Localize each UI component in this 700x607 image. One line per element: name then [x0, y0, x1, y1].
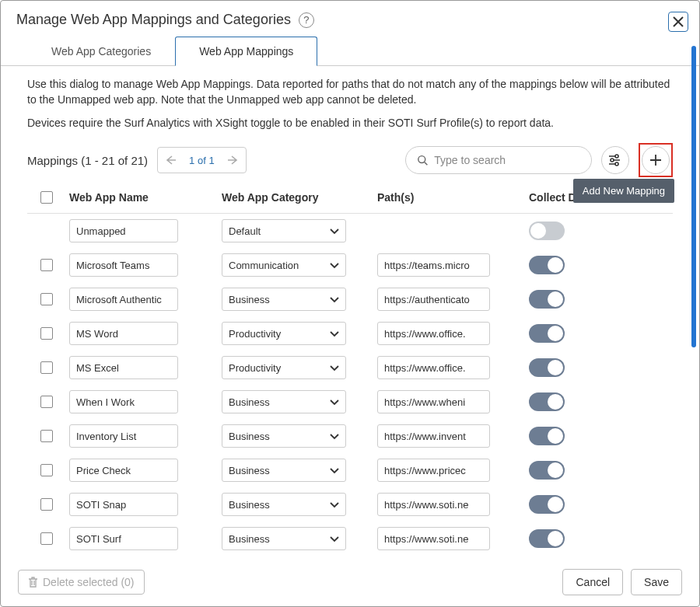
scrollbar[interactable] [691, 46, 696, 347]
prev-page-button[interactable] [158, 148, 183, 173]
chevron-down-icon [330, 465, 339, 476]
row-checkbox[interactable] [40, 293, 53, 305]
category-value: Business [229, 431, 270, 442]
search-box[interactable] [405, 146, 592, 174]
col-header-path: Path(s) [377, 191, 529, 204]
chevron-down-icon [330, 396, 339, 408]
next-page-button[interactable] [221, 148, 246, 173]
row-checkbox[interactable] [40, 532, 53, 545]
category-select[interactable]: Communication [222, 253, 346, 277]
select-all-checkbox[interactable] [40, 191, 53, 204]
add-mapping-button[interactable] [642, 146, 670, 174]
collect-data-toggle[interactable] [529, 495, 565, 514]
path-input[interactable]: https://authenticato [377, 288, 490, 311]
chevron-down-icon [330, 328, 339, 340]
webapp-name-input[interactable] [69, 219, 178, 242]
plus-icon [649, 154, 662, 166]
dialog-header: Manage Web App Mappings and Categories ? [1, 1, 699, 36]
collect-data-toggle[interactable] [529, 529, 565, 548]
close-button[interactable] [668, 12, 688, 32]
path-input[interactable]: https://www.pricec [377, 459, 490, 482]
path-input[interactable]: https://www.wheni [377, 390, 490, 413]
svg-point-3 [615, 162, 618, 166]
chevron-down-icon [330, 533, 339, 545]
tab-mappings[interactable]: Web App Mappings [175, 37, 317, 66]
mappings-count: Mappings (1 - 21 of 21) [27, 154, 148, 167]
webapp-name-input[interactable] [69, 459, 178, 482]
table-row: Businesshttps://www.wheni [27, 385, 673, 419]
pager: 1 of 1 [157, 147, 247, 173]
collect-data-toggle [529, 222, 565, 240]
webapp-name-input[interactable] [69, 253, 178, 277]
webapp-name-input[interactable] [69, 288, 178, 311]
save-button[interactable]: Save [631, 569, 682, 595]
filter-button[interactable] [601, 146, 629, 174]
cancel-button[interactable]: Cancel [562, 569, 623, 595]
table-row: Businesshttps://www.soti.ne [27, 522, 673, 556]
dialog-title: Manage Web App Mappings and Categories [16, 12, 291, 28]
category-value: Productivity [229, 328, 281, 340]
table-row: Businesshttps://www.invent [27, 419, 673, 453]
path-input[interactable]: https://www.soti.ne [377, 527, 490, 550]
category-select[interactable]: Business [222, 493, 346, 516]
svg-point-2 [611, 159, 614, 162]
path-input[interactable]: https://www.invent [377, 424, 490, 448]
collect-data-toggle[interactable] [529, 290, 565, 309]
row-checkbox[interactable] [40, 396, 53, 408]
row-checkbox[interactable] [40, 498, 53, 511]
webapp-name-input[interactable] [69, 424, 178, 448]
category-select[interactable]: Productivity [222, 322, 346, 345]
row-checkbox[interactable] [40, 327, 53, 340]
webapp-name-input[interactable] [69, 322, 178, 345]
row-checkbox[interactable] [40, 464, 53, 476]
col-header-category: Web App Category [222, 191, 377, 204]
dialog-footer: Delete selected (0) Cancel Save [1, 557, 699, 606]
category-value: Business [229, 294, 270, 305]
table-row: Businesshttps://www.pricec [27, 453, 673, 487]
col-header-name: Web App Name [66, 191, 222, 204]
category-select[interactable]: Business [222, 390, 346, 413]
path-input[interactable]: https://teams.micro [377, 253, 490, 277]
description-1: Use this dialog to manage Web App Mappin… [27, 77, 673, 107]
collect-data-toggle[interactable] [529, 427, 565, 445]
filter-icon [608, 154, 622, 166]
chevron-down-icon [330, 362, 339, 374]
collect-data-toggle[interactable] [529, 256, 565, 274]
category-value: Business [229, 465, 270, 476]
category-select[interactable]: Productivity [222, 356, 346, 379]
category-select[interactable]: Business [222, 288, 346, 311]
category-select[interactable]: Default [222, 219, 346, 242]
trash-icon [28, 577, 38, 588]
collect-data-toggle[interactable] [529, 324, 565, 343]
description-2: Devices require the Surf Analytics with … [27, 117, 673, 129]
webapp-name-input[interactable] [69, 493, 178, 516]
category-value: Business [229, 499, 270, 511]
path-input[interactable]: https://www.soti.ne [377, 493, 490, 516]
category-value: Communication [229, 260, 299, 271]
collect-data-toggle[interactable] [529, 392, 565, 411]
webapp-name-input[interactable] [69, 356, 178, 379]
tab-categories[interactable]: Web App Categories [27, 37, 175, 66]
table-row: Communicationhttps://teams.micro [27, 248, 673, 282]
collect-data-toggle[interactable] [529, 461, 565, 480]
row-checkbox[interactable] [40, 361, 53, 374]
category-select[interactable]: Business [222, 459, 346, 482]
webapp-name-input[interactable] [69, 390, 178, 413]
row-checkbox[interactable] [40, 430, 53, 442]
tabs: Web App Categories Web App Mappings [1, 36, 699, 66]
category-select[interactable]: Business [222, 424, 346, 448]
row-checkbox[interactable] [40, 259, 53, 271]
path-input[interactable]: https://www.office. [377, 322, 490, 345]
search-input[interactable] [434, 154, 580, 166]
collect-data-toggle[interactable] [529, 358, 565, 377]
toolbar: Mappings (1 - 21 of 21) 1 of 1 [27, 143, 673, 177]
path-input[interactable]: https://www.office. [377, 356, 490, 379]
svg-point-1 [615, 155, 618, 158]
delete-selected-button[interactable]: Delete selected (0) [18, 570, 145, 595]
chevron-down-icon [330, 431, 339, 442]
webapp-name-input[interactable] [69, 527, 178, 550]
category-select[interactable]: Business [222, 527, 346, 550]
table-row: Businesshttps://authenticato [27, 282, 673, 316]
help-icon[interactable]: ? [299, 12, 314, 28]
add-tooltip: Add New Mapping [573, 179, 674, 203]
